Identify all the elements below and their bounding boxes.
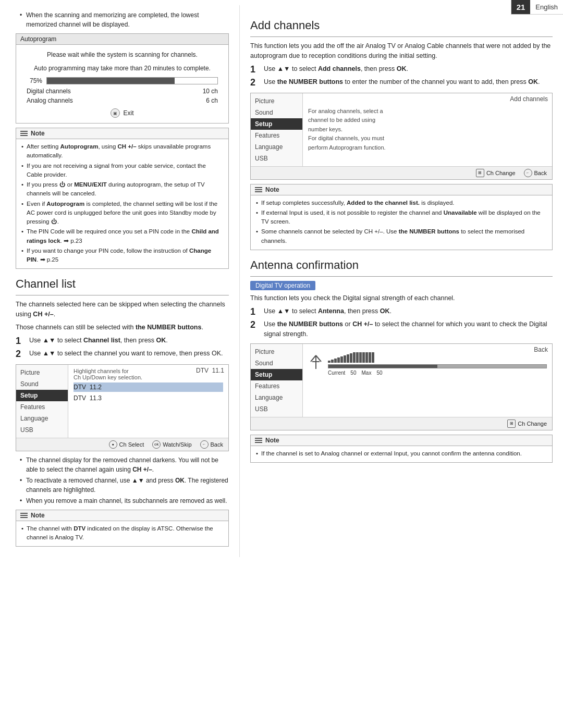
antenna-tv-menu: Picture Sound Setup Features Language US… xyxy=(251,344,552,417)
channel-list-menu-left: Picture Sound Setup Features Language US… xyxy=(16,365,68,438)
channel-list-intro1: The channels selected here can be skippe… xyxy=(16,300,229,319)
add-step-text-1: Use ▲▼ to select Add channels, then pres… xyxy=(264,64,408,74)
note-title: Note xyxy=(31,130,45,137)
note-icon-ac xyxy=(255,187,262,192)
ch-change-icon: ⊞ xyxy=(476,169,484,177)
right-column: Add channels This function lets you add … xyxy=(240,5,563,557)
menu-picture: Picture xyxy=(16,367,68,378)
add-channels-note-box: Note If setup completes successfully, Ad… xyxy=(250,184,553,250)
menu-usb: USB xyxy=(16,424,68,436)
footer-back-ac: ← Back xyxy=(524,169,547,177)
add-step-text-2: Use the NUMBER buttons to enter the numb… xyxy=(264,77,540,87)
note-item: If you press ⏻ or MENU/EXIT during autop… xyxy=(21,180,223,199)
ch-select-icon: ● xyxy=(109,440,117,449)
footer-watch-skip: ok Watch/Skip xyxy=(152,440,191,449)
note-header: Note xyxy=(16,128,228,139)
antenna-note-box: Note If the channel is set to Analog cha… xyxy=(250,435,553,463)
digital-channels-label: Digital channels xyxy=(27,88,71,95)
menu-sound: Sound xyxy=(16,378,68,390)
channel-list-tv-menu: Picture Sound Setup Features Language US… xyxy=(16,365,228,438)
ant-step-2: 2 Use the NUMBER buttons or CH +/– to se… xyxy=(250,319,553,339)
add-channels-intro: This function lets you add the off the a… xyxy=(250,41,553,61)
menu-language: Language xyxy=(16,413,68,424)
channel-dtv-113: DTV 11.3 xyxy=(74,394,102,402)
autoprogram-text1: Please wait while the system is scanning… xyxy=(27,50,218,59)
note-body-ac: If setup completes successfully, Added t… xyxy=(251,195,552,250)
note-item: After setting Autoprogram, using CH +/– … xyxy=(21,142,223,161)
footer-ch-change-ant: ⊞ Ch Change xyxy=(507,419,547,428)
step-2: 2 Use ▲▼ to select the channel you want … xyxy=(16,349,229,360)
signal-max-value: 50 xyxy=(376,370,382,376)
ant-step-num-1: 1 xyxy=(250,306,261,318)
exit-label: Exit xyxy=(123,109,133,117)
ac-note-3: Some channels cannot be selected by CH +… xyxy=(256,227,547,245)
ch-change-ant-label: Ch Change xyxy=(518,421,547,427)
channel-list-title: Channel list xyxy=(16,277,229,291)
ant-menu-picture: Picture xyxy=(251,346,302,357)
footer-back: ← Back xyxy=(200,440,223,449)
note-header-ant: Note xyxy=(251,435,552,446)
note-header-2: Note xyxy=(16,510,228,521)
note-icon xyxy=(20,131,28,136)
footer-ch-change: ⊞ Ch Change xyxy=(476,169,516,177)
menu-features: Features xyxy=(16,401,68,413)
signal-max-label: Max xyxy=(361,370,371,376)
channel-dtv-112: DTV 11.2 xyxy=(74,384,102,391)
svg-line-1 xyxy=(316,355,321,362)
progress-bar-container xyxy=(46,77,218,84)
signal-current-label: Current xyxy=(328,370,345,376)
ac-menu-features: Features xyxy=(251,130,302,141)
add-channels-tv-menu: Picture Sound Setup Features Language US… xyxy=(251,93,552,166)
antenna-signal-icon xyxy=(308,354,324,370)
step-text-2: Use ▲▼ to select the channel you want to… xyxy=(29,349,223,359)
step-num-2: 2 xyxy=(16,349,26,360)
ant-menu-language: Language xyxy=(251,392,302,403)
svg-line-0 xyxy=(311,355,316,362)
note-title-2: Note xyxy=(31,512,45,519)
ant-menu-setup: Setup xyxy=(251,369,302,380)
ac-note-1: If setup completes successfully, Added t… xyxy=(256,199,547,207)
page-language: English xyxy=(530,1,563,14)
digital-channels-row: Digital channels 10 ch xyxy=(27,88,218,95)
footer-ch-select: ● Ch Select xyxy=(109,440,144,449)
antenna-menu-left: Picture Sound Setup Features Language US… xyxy=(251,344,303,417)
step-text-1: Use ▲▼ to select Channel list, then pres… xyxy=(29,336,168,346)
add-channels-screen: Picture Sound Setup Features Language US… xyxy=(250,93,553,180)
left-column: When the scanning and memorizing are com… xyxy=(0,5,240,557)
back-ac-label: Back xyxy=(534,170,547,176)
add-channels-screen-title: Add channels xyxy=(510,95,548,103)
note-item: The PIN Code will be required once you s… xyxy=(21,227,223,245)
menu-circle-icon: ▣ xyxy=(111,108,120,118)
page-badge: 21 English xyxy=(511,0,563,15)
add-channels-title: Add channels xyxy=(250,19,553,32)
ac-note-2: If external Input is used, it is not pos… xyxy=(256,208,547,227)
antenna-title: Antenna confirmation xyxy=(250,258,553,272)
note-icon-2 xyxy=(20,513,28,518)
ch-change-ant-icon: ⊞ xyxy=(507,419,516,428)
analog-channels-value: 6 ch xyxy=(206,97,218,104)
autoprogram-header: Autoprogram xyxy=(16,34,228,45)
step-1: 1 Use ▲▼ to select Channel list, then pr… xyxy=(16,336,229,347)
autoprogram-box: Autoprogram Please wait while the system… xyxy=(16,33,229,124)
ant-step-num-2: 2 xyxy=(250,319,261,331)
antenna-content: Back xyxy=(303,344,552,417)
digital-tv-badge: Digital TV operation xyxy=(250,281,315,290)
watch-skip-label: Watch/Skip xyxy=(163,441,191,448)
analog-channels-row: Analog channels 6 ch xyxy=(27,97,218,104)
antenna-steps: 1 Use ▲▼ to select Antenna, then press O… xyxy=(250,306,553,339)
add-channels-menu-left: Picture Sound Setup Features Language US… xyxy=(251,93,303,166)
add-step-num-1: 1 xyxy=(250,64,261,76)
autoprogram-note-box: Note After setting Autoprogram, using CH… xyxy=(16,128,229,269)
channel-row-1: DTV 11.2 xyxy=(74,382,223,392)
note-body-2: The channel with DTV indicated on the di… xyxy=(16,521,228,547)
ant-step-1: 1 Use ▲▼ to select Antenna, then press O… xyxy=(250,306,553,318)
ac-menu-picture: Picture xyxy=(251,95,302,107)
note-item: Even if Autoprogram is completed, the ch… xyxy=(21,200,223,227)
add-channels-content-text: For analog channels, select achannel to … xyxy=(308,107,547,153)
ch-change-label: Ch Change xyxy=(486,170,516,176)
add-channels-steps: 1 Use ▲▼ to select Add channels, then pr… xyxy=(250,64,553,89)
channel-list-screen-title: DTV 11.1 xyxy=(196,367,224,374)
note-header-ac: Note xyxy=(251,184,552,195)
channel-list-steps: 1 Use ▲▼ to select Channel list, then pr… xyxy=(16,336,229,360)
ac-menu-usb: USB xyxy=(251,153,302,164)
